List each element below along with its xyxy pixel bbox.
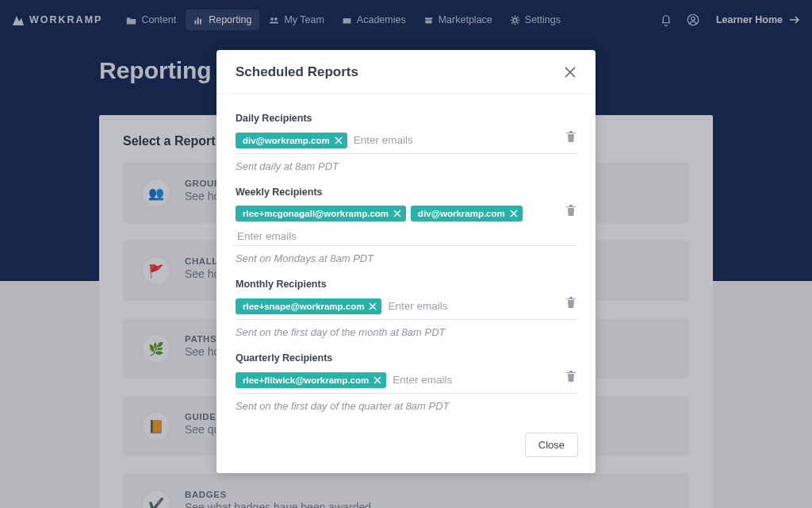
- daily-chip-row[interactable]: div@workramp.com: [236, 132, 576, 154]
- close-button[interactable]: Close: [525, 433, 578, 457]
- trash-icon[interactable]: [565, 204, 576, 217]
- chip-remove-icon[interactable]: [369, 302, 377, 310]
- monthly-section: Monthly Recipients rlee+snape@workramp.c…: [236, 279, 576, 338]
- email-chip: rlee+flitwick@workramp.com: [236, 372, 386, 388]
- weekly-title: Weekly Recipients: [236, 187, 576, 198]
- quarterly-chip-row[interactable]: rlee+flitwick@workramp.com: [236, 371, 576, 394]
- quarterly-section: Quarterly Recipients rlee+flitwick@workr…: [236, 352, 576, 412]
- weekly-email-input-placeholder[interactable]: Enter emails: [236, 228, 576, 246]
- daily-section: Daily Recipients div@workramp.com Sent d…: [236, 113, 576, 172]
- quarterly-email-input[interactable]: [391, 371, 576, 388]
- chip-label: div@workramp.com: [243, 136, 330, 145]
- chip-remove-icon[interactable]: [373, 376, 381, 384]
- monthly-note: Sent on the first day of the month at 8a…: [236, 326, 576, 338]
- chip-remove-icon[interactable]: [393, 210, 401, 217]
- email-chip: div@workramp.com: [236, 133, 347, 148]
- email-chip: rlee+snape@workramp.com: [236, 298, 381, 314]
- weekly-note: Sent on Mondays at 8am PDT: [236, 252, 576, 264]
- email-chip: div@workramp.com: [411, 206, 523, 221]
- chip-label: div@workramp.com: [418, 209, 505, 218]
- monthly-title: Monthly Recipients: [236, 279, 576, 290]
- chip-label: rlee+mcgonagall@workramp.com: [243, 209, 389, 218]
- quarterly-note: Sent on the first day of the quarter at …: [236, 400, 576, 412]
- trash-icon[interactable]: [565, 370, 576, 383]
- scheduled-reports-modal: Scheduled Reports Daily Recipients div@w…: [216, 50, 596, 473]
- close-icon[interactable]: [564, 66, 576, 79]
- quarterly-title: Quarterly Recipients: [236, 352, 576, 364]
- weekly-section: Weekly Recipients rlee+mcgonagall@workra…: [236, 187, 576, 264]
- chip-label: rlee+flitwick@workramp.com: [243, 375, 369, 385]
- chip-remove-icon[interactable]: [335, 137, 343, 144]
- modal-title: Scheduled Reports: [236, 64, 358, 80]
- monthly-chip-row[interactable]: rlee+snape@workramp.com: [236, 298, 576, 320]
- weekly-chip-row[interactable]: rlee+mcgonagall@workramp.com div@workram…: [236, 206, 576, 226]
- trash-icon[interactable]: [565, 296, 576, 309]
- daily-email-input[interactable]: [352, 132, 576, 148]
- chip-label: rlee+snape@workramp.com: [243, 302, 364, 311]
- trash-icon[interactable]: [565, 130, 576, 143]
- monthly-email-input[interactable]: [386, 298, 576, 314]
- email-chip: rlee+mcgonagall@workramp.com: [236, 206, 406, 221]
- chip-remove-icon[interactable]: [510, 210, 518, 217]
- daily-title: Daily Recipients: [236, 113, 576, 124]
- daily-note: Sent daily at 8am PDT: [236, 160, 576, 172]
